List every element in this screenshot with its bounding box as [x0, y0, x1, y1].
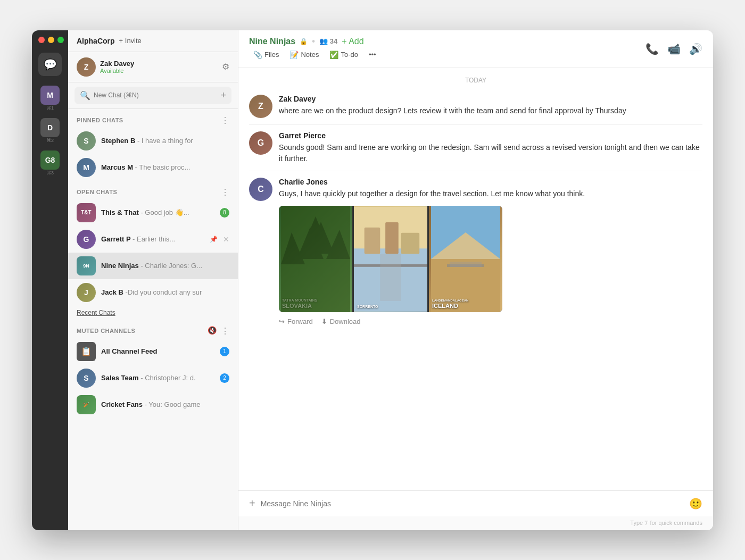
- chat-name: This & That - Good job 👋...: [101, 208, 214, 216]
- video-call-icon[interactable]: 📹: [667, 43, 681, 55]
- forward-button[interactable]: ↪ Forward: [279, 317, 313, 325]
- chat-title-text: Nine Ninjas: [249, 37, 295, 46]
- open-chat-this-that[interactable]: T&T This & That - Good job 👋... 8: [68, 199, 238, 226]
- open-chat-garrett-p[interactable]: G Garrett P - Earlier this... 📌 ✕: [68, 226, 238, 253]
- muted-sales-team[interactable]: S Sales Team - Christopher J: d. 2: [68, 365, 238, 391]
- search-input[interactable]: [94, 91, 217, 99]
- user-avatar: Z: [77, 57, 96, 77]
- avatar: 🏏: [77, 395, 96, 414]
- sidebar: AlphaCorp + Invite Z Zak Davey Available…: [68, 30, 238, 530]
- tab-notes[interactable]: 📝 Notes: [285, 48, 323, 61]
- pin-icon: 📌: [210, 236, 218, 243]
- muted-channels-title: MUTED CHANNELS: [77, 328, 135, 334]
- chat-name: Sales Team - Christopher J: d.: [101, 374, 214, 382]
- user-name: Zak Davey: [100, 60, 134, 68]
- avatar: C: [249, 178, 272, 201]
- tab-notes-label: Notes: [301, 51, 319, 58]
- audio-icon[interactable]: 🔊: [689, 43, 702, 55]
- avatar: 9N: [77, 256, 96, 275]
- unread-badge: 1: [220, 347, 229, 356]
- sidebar-header: AlphaCorp + Invite: [68, 30, 238, 52]
- open-chats-header: OPEN CHATS ⋮: [68, 181, 238, 199]
- workspace-3[interactable]: G 8 ⌘3: [40, 151, 60, 175]
- chat-name: Marcus M - The basic proc...: [101, 163, 229, 171]
- open-more-icon[interactable]: ⋮: [221, 187, 229, 197]
- avatar: S: [77, 131, 96, 151]
- tab-more[interactable]: •••: [365, 48, 380, 61]
- chat-nav-icon[interactable]: 💬: [38, 53, 62, 76]
- recent-chats-link[interactable]: Recent Chats: [68, 306, 238, 320]
- pinned-chat-stephen[interactable]: S Stephen B - I have a thing for: [68, 128, 238, 154]
- tab-todo-label: To-do: [341, 51, 358, 58]
- svg-rect-8: [365, 227, 380, 253]
- avatar: G: [77, 230, 96, 249]
- message-text: Sounds good! Sam and Irene are working o…: [279, 142, 702, 164]
- dot-separator: •: [312, 37, 315, 46]
- close-button[interactable]: [38, 37, 45, 43]
- company-name: AlphaCorp: [77, 37, 115, 45]
- minimize-button[interactable]: [48, 37, 54, 43]
- workspace-2[interactable]: D ⌘2: [40, 118, 60, 143]
- travel-image-2: SORRENTO: [354, 206, 427, 312]
- message-actions: ↪ Forward ⬇ Download: [279, 317, 702, 325]
- search-bar: 🔍 +: [68, 82, 238, 109]
- muted-more-icon[interactable]: ⋮: [221, 326, 229, 336]
- muted-cricket-fans[interactable]: 🏏 Cricket Fans - You: Good game: [68, 391, 238, 418]
- close-chat-icon[interactable]: ✕: [223, 235, 229, 244]
- open-chats-title: OPEN CHATS: [77, 189, 117, 195]
- forward-icon: ↪: [279, 317, 285, 325]
- add-attachment-icon[interactable]: +: [249, 497, 255, 509]
- pinned-chat-marcus[interactable]: M Marcus M - The basic proc...: [68, 154, 238, 181]
- files-icon: 📎: [253, 51, 262, 59]
- lock-icon: 🔒: [300, 38, 308, 45]
- pinned-chats-header: PINNED CHATS ⋮: [68, 109, 238, 128]
- chat-name: Stephen B - I have a thing for: [101, 137, 229, 145]
- chat-header: Nine Ninjas 🔒 • 👥 34 + Add 📎 Files 📝 Not…: [238, 30, 713, 68]
- tab-files[interactable]: 📎 Files: [249, 48, 283, 61]
- notes-icon: 📝: [289, 51, 299, 59]
- chat-name: Garrett P - Earlier this...: [101, 235, 204, 243]
- invite-button[interactable]: + Invite: [119, 37, 142, 45]
- muted-all-channel[interactable]: 📋 All Channel Feed 1: [68, 338, 238, 365]
- new-chat-icon[interactable]: +: [220, 90, 226, 101]
- open-chat-nine-ninjas[interactable]: 9N Nine Ninjas - Charlie Jones: G...: [68, 253, 238, 279]
- open-chat-jack[interactable]: J Jack B -Did you conduct any sur: [68, 279, 238, 306]
- download-icon: ⬇: [321, 317, 327, 325]
- pinned-chats-title: PINNED CHATS: [77, 117, 123, 123]
- mute-icon[interactable]: 🔇: [208, 326, 217, 336]
- image-caption-3: LANDEMANDALAGEAN ICELAND: [432, 298, 468, 309]
- maximize-button[interactable]: [57, 37, 64, 43]
- travel-image-3: LANDEMANDALAGEAN ICELAND: [429, 206, 502, 312]
- chat-name: Cricket Fans - You: Good game: [101, 400, 229, 408]
- svg-rect-9: [385, 222, 399, 254]
- avatar: S: [77, 369, 96, 388]
- pinned-more-icon[interactable]: ⋮: [221, 115, 229, 126]
- date-separator: TODAY: [249, 68, 702, 88]
- settings-icon[interactable]: ⚙: [222, 62, 229, 72]
- message-text: where are we on the product design? Lets…: [279, 105, 702, 116]
- tab-todo[interactable]: ✅ To-do: [325, 48, 362, 61]
- message-sender: Garret Pierce: [279, 131, 702, 140]
- voice-call-icon[interactable]: 📞: [645, 43, 659, 55]
- user-status: Available: [100, 68, 134, 74]
- message-2: G Garret Pierce Sounds good! Sam and Ire…: [249, 125, 702, 171]
- avatar: G: [249, 131, 272, 155]
- icon-rail: 💬 M ⌘1 D ⌘2 G 8 ⌘3: [32, 30, 68, 530]
- message-input[interactable]: [261, 499, 684, 508]
- message-text: Guys, I have quickly put together a desi…: [279, 188, 702, 199]
- message-1: Z Zak Davey where are we on the product …: [249, 88, 702, 125]
- messages-area: TODAY Z Zak Davey where are we on the pr…: [238, 68, 713, 490]
- app-window: 💬 M ⌘1 D ⌘2 G 8 ⌘3 AlphaCorp: [32, 30, 713, 530]
- search-icon: 🔍: [80, 90, 90, 101]
- add-members-link[interactable]: + Add: [342, 37, 363, 46]
- quick-commands-hint: Type '/' for quick commands: [238, 516, 713, 530]
- svg-rect-12: [380, 254, 401, 301]
- download-button[interactable]: ⬇ Download: [321, 317, 361, 325]
- avatar: 📋: [77, 342, 96, 361]
- chat-name: Nine Ninjas - Charlie Jones: G...: [101, 262, 229, 270]
- emoji-icon[interactable]: 🙂: [689, 497, 702, 510]
- workspace-1[interactable]: M ⌘1: [40, 86, 60, 111]
- svg-rect-10: [401, 232, 420, 253]
- travel-image-1: TATRA MOUNTAINS SLOVAKIA: [279, 206, 352, 312]
- member-icon: 👥 34: [319, 37, 337, 45]
